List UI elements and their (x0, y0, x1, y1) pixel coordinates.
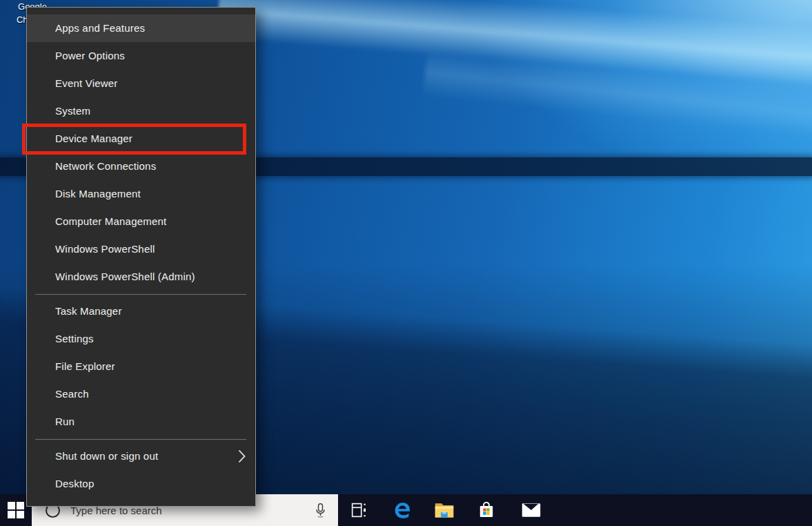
chevron-right-icon (238, 449, 246, 463)
menu-item-shut-down-or-sign-out[interactable]: Shut down or sign out (27, 442, 255, 470)
menu-item-label: Windows PowerShell (Admin) (55, 263, 195, 291)
menu-item-task-manager[interactable]: Task Manager (27, 298, 255, 325)
menu-item-disk-management[interactable]: Disk Management (27, 180, 255, 208)
menu-item-label: Settings (55, 325, 94, 353)
menu-item-label: File Explorer (55, 353, 115, 380)
menu-item-settings[interactable]: Settings (27, 325, 255, 353)
windows-logo-icon (8, 502, 24, 518)
menu-item-label: Search (55, 380, 89, 408)
microphone-icon[interactable] (315, 501, 326, 520)
winx-menu: Apps and FeaturesPower OptionsEvent View… (26, 7, 256, 507)
menu-item-run[interactable]: Run (27, 408, 255, 436)
envelope-icon (521, 502, 542, 518)
task-view-button[interactable] (343, 494, 375, 526)
menu-item-label: Computer Management (55, 208, 166, 235)
folder-icon (434, 501, 455, 519)
menu-item-system[interactable]: System (27, 97, 255, 125)
desktop-screen: Google Chrome Apps and FeaturesPower Opt… (0, 0, 812, 526)
menu-item-event-viewer[interactable]: Event Viewer (27, 70, 255, 97)
menu-divider (35, 439, 246, 440)
menu-item-label: Desktop (55, 470, 94, 498)
menu-item-search[interactable]: Search (27, 380, 255, 408)
menu-item-computer-management[interactable]: Computer Management (27, 208, 255, 235)
task-view-icon (349, 500, 368, 520)
mail-button[interactable] (515, 494, 547, 526)
file-explorer-button[interactable] (428, 494, 460, 526)
menu-item-file-explorer[interactable]: File Explorer (27, 353, 255, 380)
menu-item-label: Network Connections (55, 153, 156, 180)
menu-item-label: Shut down or sign out (55, 442, 158, 470)
menu-item-power-options[interactable]: Power Options (27, 42, 255, 70)
menu-item-label: Run (55, 408, 75, 436)
menu-item-desktop[interactable]: Desktop (27, 470, 255, 498)
winx-menu-group-tools: Task ManagerSettingsFile ExplorerSearchR… (27, 298, 255, 436)
menu-item-device-manager[interactable]: Device Manager (27, 125, 255, 153)
microsoft-store-button[interactable] (471, 494, 502, 526)
store-bag-icon (477, 500, 496, 520)
menu-item-label: Device Manager (55, 125, 132, 153)
menu-item-label: Windows PowerShell (55, 235, 155, 263)
menu-item-apps-and-features[interactable]: Apps and Features (27, 14, 255, 42)
edge-icon (393, 500, 413, 520)
menu-item-label: Apps and Features (55, 14, 145, 42)
menu-item-label: Disk Management (55, 180, 141, 208)
menu-item-windows-powershell-admin[interactable]: Windows PowerShell (Admin) (27, 263, 255, 291)
menu-divider (35, 294, 246, 295)
menu-item-label: Event Viewer (55, 70, 118, 97)
menu-item-label: System (55, 97, 90, 125)
menu-item-label: Power Options (55, 42, 125, 70)
menu-item-windows-powershell[interactable]: Windows PowerShell (27, 235, 255, 263)
microsoft-edge-button[interactable] (386, 494, 418, 526)
winx-menu-group-system: Apps and FeaturesPower OptionsEvent View… (27, 14, 255, 291)
menu-item-network-connections[interactable]: Network Connections (27, 153, 255, 180)
menu-item-label: Task Manager (55, 298, 122, 325)
winx-menu-group-session: Shut down or sign outDesktop (27, 442, 255, 498)
